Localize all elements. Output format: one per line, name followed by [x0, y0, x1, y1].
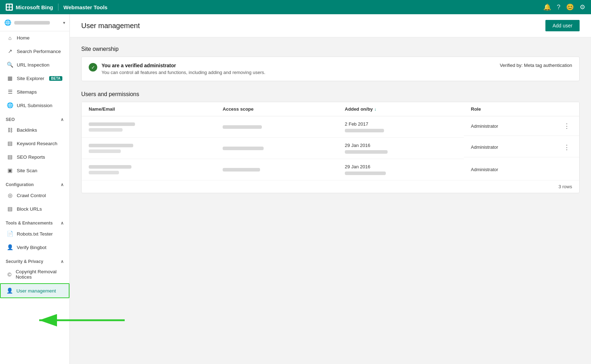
seo-section-header: SEO ∧ — [0, 114, 69, 123]
brand-name: Microsoft Bing — [16, 4, 53, 10]
user-name-email-2 — [82, 138, 216, 159]
site-selector[interactable]: 🌐 ▾ — [0, 14, 69, 31]
name-placeholder-2 — [89, 144, 133, 147]
bing-logo-icon — [6, 4, 13, 11]
globe-icon: 🌐 — [4, 19, 11, 26]
users-table-container: Name/Email Access scope Added on/by ↓ Ro… — [81, 102, 580, 193]
chevron-down-icon: ▾ — [63, 20, 65, 25]
row-count: 3 rows — [559, 184, 572, 189]
sidebar-item-search-performance[interactable]: ↗ Search Performance — [0, 44, 69, 58]
added-on-by-3: 29 Jan 2016 — [338, 159, 464, 180]
role-3: Administrator — [464, 159, 579, 180]
added-by-placeholder-2 — [345, 150, 388, 154]
page-title: User management — [81, 22, 140, 30]
collapse-config-icon[interactable]: ∧ — [61, 182, 64, 187]
row-menu-1[interactable]: ⋮ — [561, 121, 572, 131]
file-icon: 📄 — [7, 231, 13, 237]
home-icon: ⌂ — [7, 35, 13, 41]
sidebar-item-url-submission[interactable]: 🌐 URL Submission — [0, 99, 69, 112]
security-section-header: Security & Privacy ∧ — [0, 255, 69, 265]
collapse-tools-icon[interactable]: ∧ — [61, 221, 64, 226]
brand-logo: Microsoft Bing Webmaster Tools — [6, 4, 108, 11]
search-icon: 🔍 — [7, 62, 13, 68]
page-header: User management Add user — [70, 14, 591, 37]
sidebar-item-backlinks[interactable]: ⛓ Backlinks — [0, 123, 69, 137]
reports-icon: ▤ — [7, 154, 13, 160]
email-placeholder — [89, 128, 123, 132]
help-icon[interactable]: ? — [557, 4, 560, 11]
product-name: Webmaster Tools — [63, 4, 108, 10]
ownership-text: You are a verified administrator You can… — [102, 63, 265, 75]
user-verify-icon: 👤 — [7, 244, 13, 250]
notification-icon[interactable]: 🔔 — [543, 3, 551, 11]
sidebar-item-site-explorer[interactable]: ▦ Site Explorer BETA — [0, 72, 69, 85]
access-placeholder — [223, 125, 262, 129]
beta-badge: BETA — [49, 76, 62, 81]
sidebar-item-verify-bingbot[interactable]: 👤 Verify Bingbot — [0, 241, 69, 254]
row-menu-2[interactable]: ⋮ — [561, 143, 572, 152]
account-icon[interactable]: 😊 — [566, 3, 574, 11]
site-name — [14, 21, 50, 25]
user-management-icon: 👤 — [6, 287, 13, 294]
user-name-email-3 — [82, 159, 216, 180]
topbar: Microsoft Bing Webmaster Tools 🔔 ? 😊 ⚙ — [0, 0, 591, 14]
users-table: Name/Email Access scope Added on/by ↓ Ro… — [82, 102, 579, 180]
tools-section-header: Tools & Enhancements ∧ — [0, 217, 69, 227]
verified-by: Verified by: Meta tag authentication — [500, 63, 572, 68]
collapse-seo-icon[interactable]: ∧ — [61, 117, 64, 122]
verified-method: Meta tag authentication — [524, 63, 572, 68]
ownership-card: ✓ You are a verified administrator You c… — [81, 57, 580, 81]
name-placeholder — [89, 122, 135, 126]
grid-icon: ▦ — [7, 75, 13, 81]
added-by-placeholder-3 — [345, 172, 386, 175]
added-date-2: 29 Jan 2016 — [345, 143, 457, 148]
access-scope-1 — [216, 116, 338, 138]
added-date-1: 2 Feb 2017 — [345, 121, 457, 127]
trending-icon: ↗ — [7, 48, 13, 54]
url-icon: 🌐 — [7, 102, 13, 109]
sidebar-item-keyword-research[interactable]: ▤ Keyword Research — [0, 137, 69, 150]
sidebar-item-sitemaps[interactable]: ☰ Sitemaps — [0, 85, 69, 99]
main-content: User management Add user Site ownership … — [70, 14, 591, 364]
sidebar-item-crawl-control[interactable]: ◎ Crawl Control — [0, 189, 69, 202]
col-added-on-by[interactable]: Added on/by ↓ — [338, 102, 464, 116]
sidebar-item-home[interactable]: ⌂ Home — [0, 31, 69, 44]
added-date-3: 29 Jan 2016 — [345, 164, 457, 169]
email-placeholder-3 — [89, 171, 119, 174]
keyword-icon: ▤ — [7, 140, 13, 147]
role-2: Administrator ⋮ — [464, 138, 579, 157]
scan-icon: ▣ — [7, 167, 13, 174]
table-row: 2 Feb 2017 Administrator ⋮ — [82, 116, 579, 138]
verified-icon: ✓ — [89, 63, 97, 72]
access-scope-3 — [216, 159, 338, 180]
sidebar-item-user-management[interactable]: 👤 User management — [0, 283, 69, 298]
sidebar-item-block-urls[interactable]: ▤ Block URLs — [0, 202, 69, 216]
role-1: Administrator ⋮ — [464, 116, 579, 136]
crawl-icon: ◎ — [7, 192, 13, 199]
settings-icon[interactable]: ⚙ — [580, 3, 585, 11]
main-body: Site ownership ✓ You are a verified admi… — [70, 37, 591, 202]
topbar-divider — [58, 4, 58, 11]
user-name-email-1 — [82, 116, 216, 138]
configuration-section-header: Configuration ∧ — [0, 179, 69, 189]
copyright-icon: © — [7, 271, 12, 278]
sort-icon: ↓ — [374, 107, 376, 112]
access-scope-2 — [216, 138, 338, 159]
added-on-by-1: 2 Feb 2017 — [338, 116, 464, 138]
backlinks-icon: ⛓ — [7, 127, 13, 133]
sidebar-item-site-scan[interactable]: ▣ Site Scan — [0, 164, 69, 177]
table-footer: 3 rows — [82, 180, 579, 193]
add-user-button[interactable]: Add user — [545, 20, 580, 31]
sidebar: 🌐 ▾ ⌂ Home ↗ Search Performance 🔍 URL In… — [0, 14, 70, 364]
site-ownership-title: Site ownership — [81, 46, 580, 52]
sidebar-item-robots-tester[interactable]: 📄 Robots.txt Tester — [0, 227, 69, 241]
col-name-email: Name/Email — [82, 102, 216, 116]
sidebar-item-url-inspection[interactable]: 🔍 URL Inspection — [0, 58, 69, 72]
table-row: 29 Jan 2016 Administrator ⋮ — [82, 138, 579, 159]
sitemaps-icon: ☰ — [7, 89, 13, 95]
verified-subtitle: You can control all features and functio… — [102, 70, 265, 75]
block-icon: ▤ — [7, 206, 13, 212]
sidebar-item-seo-reports[interactable]: ▤ SEO Reports — [0, 150, 69, 164]
collapse-security-icon[interactable]: ∧ — [61, 259, 64, 264]
sidebar-item-copyright[interactable]: © Copyright Removal Notices — [0, 265, 69, 283]
